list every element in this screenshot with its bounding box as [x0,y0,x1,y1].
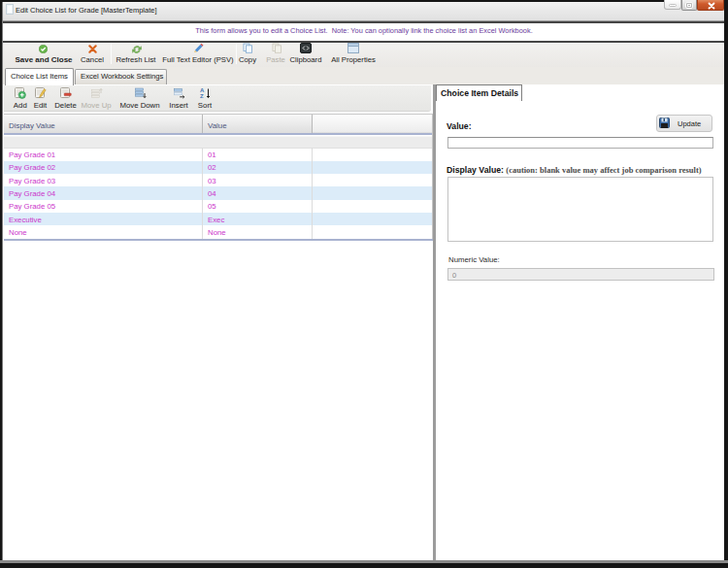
svg-text:Z: Z [200,93,204,99]
